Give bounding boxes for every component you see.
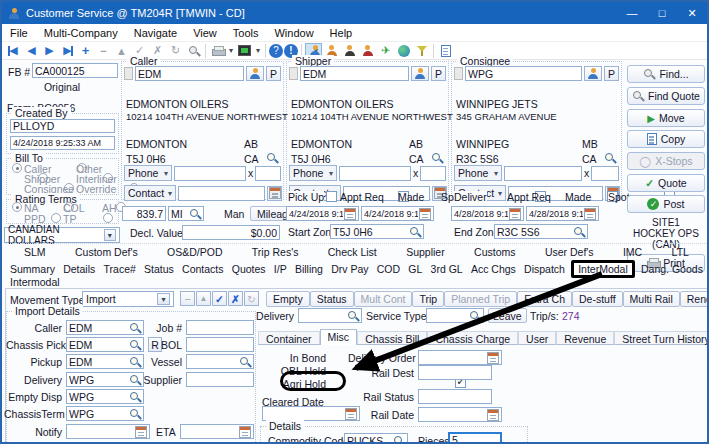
shipper-person-button[interactable] xyxy=(411,66,429,81)
lookup-icon[interactable] xyxy=(469,310,481,322)
tab-drv-pay[interactable]: Drv Pay xyxy=(329,263,370,275)
leave-button[interactable]: Leave xyxy=(488,308,527,323)
calendar-icon[interactable] xyxy=(135,426,147,438)
decl-value-input[interactable]: $0.00 xyxy=(182,225,280,240)
tab-cod[interactable]: COD xyxy=(375,263,402,275)
tab-chassis-bill[interactable]: Chassis Bill xyxy=(357,331,427,345)
caller-zone-lookup-icon[interactable] xyxy=(266,152,278,164)
bol-input[interactable] xyxy=(186,337,254,352)
first-record-icon[interactable]: ◀ xyxy=(5,43,22,59)
tab-contacts[interactable]: Contacts xyxy=(180,263,225,275)
post-button[interactable]: ✓Post xyxy=(627,195,705,213)
caller-contact-card-icon[interactable] xyxy=(267,186,282,201)
rating-na-radio[interactable] xyxy=(12,202,22,212)
quick-find-icon[interactable] xyxy=(124,67,133,80)
im-caller-input[interactable]: EDM xyxy=(66,320,144,335)
rail-dest-input[interactable] xyxy=(418,365,492,380)
print-icon[interactable] xyxy=(209,43,226,59)
assign-plane-icon[interactable]: ✈ xyxy=(377,43,394,59)
new-document-icon[interactable] xyxy=(437,43,454,59)
tab-revenue[interactable]: Revenue xyxy=(556,331,614,345)
trip-button[interactable]: Trip xyxy=(412,291,444,307)
remove-record-icon[interactable]: − xyxy=(95,43,112,59)
rating-ppd-radio[interactable] xyxy=(51,213,61,223)
tab-dispatch[interactable]: Dispatch xyxy=(522,263,567,275)
deliver-date-from-input[interactable]: 4/28/2018 9:19:3 xyxy=(451,206,524,221)
accept-icon[interactable]: ✓ xyxy=(212,291,227,306)
chevron-down-icon[interactable] xyxy=(157,293,170,305)
tab-chassis-charge[interactable]: Chassis Charge xyxy=(427,331,518,345)
tab-custom-defs[interactable]: Custom Def's xyxy=(71,246,142,258)
tab-dang-goods[interactable]: Dang. Goods xyxy=(639,263,705,275)
calendar-icon[interactable] xyxy=(345,408,357,420)
menu-file[interactable]: File xyxy=(2,27,36,39)
next-record-icon[interactable]: ▶ xyxy=(41,43,58,59)
lookup-icon[interactable] xyxy=(129,322,141,334)
supplier-input[interactable] xyxy=(186,372,254,387)
fb-number-input[interactable]: CA000125 xyxy=(32,63,118,78)
chassis-pick-input[interactable]: EDM xyxy=(66,337,144,352)
caller-ext-input[interactable] xyxy=(255,166,281,181)
eta-input[interactable] xyxy=(180,424,254,439)
tab-misc[interactable]: Misc xyxy=(320,329,358,345)
rail-date-input[interactable] xyxy=(418,407,502,422)
tab-user-defs[interactable]: User Def's xyxy=(541,246,598,258)
minimize-button[interactable]: — xyxy=(617,2,647,24)
tab-trip-res[interactable]: Trip Res's xyxy=(248,246,303,258)
find-icon[interactable] xyxy=(185,43,202,59)
move-button[interactable]: ▶Move xyxy=(627,109,705,127)
tab-slm[interactable]: SLM xyxy=(20,246,50,258)
tab-intermodal[interactable]: InterModal xyxy=(571,260,635,278)
consignee-person-button[interactable] xyxy=(584,66,602,81)
currency-select[interactable]: CANADIAN DOLLARS xyxy=(4,227,120,243)
copy-button[interactable]: Copy xyxy=(627,130,705,148)
shipper-phone-input[interactable] xyxy=(339,166,411,181)
tab-acc-chgs[interactable]: Acc Chgs xyxy=(469,263,518,275)
im-delivery-input[interactable]: WPG xyxy=(66,372,144,387)
zone-lookup-icon[interactable] xyxy=(573,226,585,238)
lookup-icon[interactable] xyxy=(129,391,141,403)
rendezvous-button[interactable]: Rendezvous xyxy=(680,291,709,307)
tab-trace[interactable]: Trace# xyxy=(102,263,138,275)
tab-details[interactable]: Details xyxy=(61,263,97,275)
cleared-date-input[interactable] xyxy=(262,406,360,421)
find-quote-button[interactable]: Find Quote xyxy=(627,87,705,105)
caller-phone-input[interactable] xyxy=(174,166,246,181)
tab-quotes[interactable]: Quotes xyxy=(230,263,268,275)
pickup-date-to-input[interactable]: 4/24/2018 9:19:3 xyxy=(361,206,434,221)
job-input[interactable] xyxy=(186,320,254,335)
screen-settings-icon[interactable] xyxy=(236,43,253,59)
tab-gl[interactable]: GL xyxy=(406,263,424,275)
shipper-phone-select[interactable]: Phone xyxy=(289,165,337,181)
empty-button[interactable]: Empty xyxy=(266,291,310,307)
consignee-zone-lookup-icon[interactable] xyxy=(604,152,616,164)
calendar-icon[interactable] xyxy=(584,208,596,220)
delivery-input[interactable] xyxy=(298,308,362,323)
chassis-term-input[interactable]: WPG xyxy=(66,406,144,421)
cancel-row-icon[interactable]: ✗ xyxy=(228,291,243,306)
add-record-icon[interactable]: + xyxy=(77,43,94,59)
tab-ip[interactable]: I/P xyxy=(272,263,289,275)
calendar-icon[interactable] xyxy=(344,208,356,220)
distance-unit-input[interactable]: MI xyxy=(168,206,204,221)
driver-person-icon[interactable] xyxy=(341,43,358,59)
mileage-lookup-icon[interactable] xyxy=(189,208,201,220)
x-stops-button[interactable]: ◯X-Stops xyxy=(627,152,705,170)
zone-lookup-icon[interactable] xyxy=(409,226,421,238)
caller-code-input[interactable]: EDM xyxy=(135,66,244,81)
consignee-person-icon[interactable] xyxy=(359,43,376,59)
bill-to-caller-radio[interactable] xyxy=(12,163,22,173)
im-pickup-input[interactable]: EDM xyxy=(66,354,144,369)
start-zone-input[interactable]: T5J 0H6 xyxy=(330,224,424,239)
close-button[interactable]: ✕ xyxy=(677,2,707,24)
refresh-row-icon[interactable]: ↻ xyxy=(244,291,259,306)
consignee-phone-select[interactable]: Phone xyxy=(454,165,502,181)
status-button[interactable]: Status xyxy=(310,291,354,307)
vessel-input[interactable] xyxy=(186,354,254,369)
tab-customs[interactable]: Customs xyxy=(470,246,519,258)
calendar-icon[interactable] xyxy=(239,426,251,438)
created-by-user-input[interactable]: PLLOYD xyxy=(10,119,115,133)
tab-billing[interactable]: Billing xyxy=(293,263,325,275)
tab-container[interactable]: Container xyxy=(258,331,320,345)
quick-find-icon[interactable] xyxy=(289,67,298,80)
